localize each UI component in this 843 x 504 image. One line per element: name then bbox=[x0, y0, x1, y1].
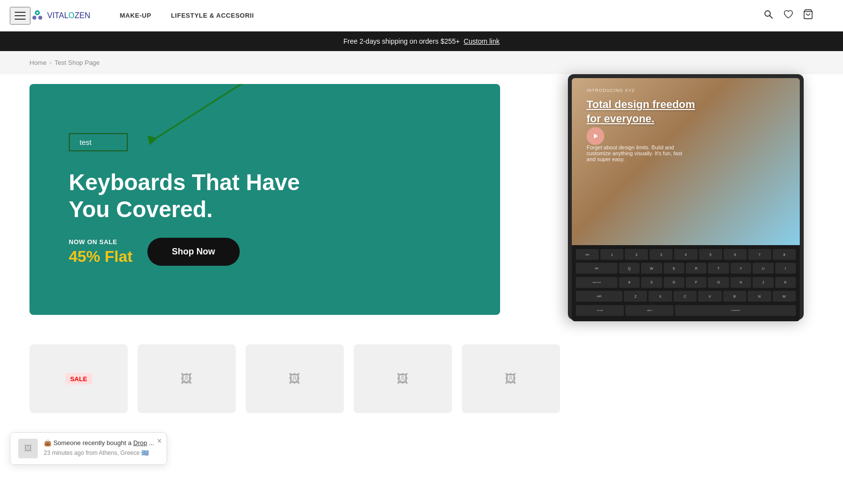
svg-marker-8 bbox=[147, 136, 157, 145]
key: Q bbox=[619, 263, 640, 274]
hamburger-button[interactable] bbox=[10, 7, 30, 25]
key: V bbox=[698, 291, 721, 302]
key: 2 bbox=[625, 249, 648, 260]
key: N bbox=[748, 291, 771, 302]
image-placeholder-icon: 🖼 bbox=[505, 372, 517, 386]
key: F bbox=[686, 277, 706, 288]
logo-text: VITALOZEN bbox=[47, 11, 90, 20]
tablet-screen-text: Total design freedom for everyone. bbox=[587, 98, 695, 126]
key: Z bbox=[624, 291, 647, 302]
svg-line-7 bbox=[152, 84, 280, 140]
notification-time: 23 minutes ago from Athens, Greece 🇬🇷 bbox=[44, 449, 159, 456]
breadcrumb-separator: › bbox=[50, 59, 52, 66]
key: 4 bbox=[674, 249, 697, 260]
hero-section: test Keyboards That Have You Covered. NO… bbox=[29, 84, 814, 330]
key: Y bbox=[731, 263, 751, 274]
notification-content: 👜 Someone recently bought a Drop ... 23 … bbox=[44, 439, 159, 456]
notification-prefix: Someone recently bought a bbox=[54, 439, 132, 447]
nav-lifestyle[interactable]: LIFESTYLE & ACCESORII bbox=[171, 12, 254, 19]
hamburger-line bbox=[15, 19, 26, 20]
key: U bbox=[753, 263, 773, 274]
key: T bbox=[708, 263, 729, 274]
logo[interactable]: VITALOZEN bbox=[29, 8, 90, 24]
key: W bbox=[641, 263, 662, 274]
key: K bbox=[775, 277, 796, 288]
key: 6 bbox=[724, 249, 747, 260]
test-label: test bbox=[80, 138, 91, 146]
sale-badge: SALE bbox=[65, 373, 92, 385]
tablet-intro-label: INTRODUCING XYZ bbox=[587, 88, 635, 93]
key-tab: tab bbox=[576, 263, 618, 274]
key: X bbox=[648, 291, 672, 302]
tablet-play-button[interactable] bbox=[587, 127, 604, 145]
key: M bbox=[773, 291, 796, 302]
key: B bbox=[723, 291, 746, 302]
search-icon[interactable] bbox=[763, 9, 773, 22]
svg-line-5 bbox=[770, 16, 773, 19]
hamburger-line bbox=[15, 12, 26, 13]
hero-tablet: INTRODUCING XYZ Total design freedom for… bbox=[568, 74, 814, 330]
notification-flag: 🇬🇷 bbox=[141, 449, 149, 456]
svg-point-1 bbox=[32, 16, 36, 20]
hero-test-box: test bbox=[69, 133, 128, 151]
svg-point-3 bbox=[36, 12, 38, 14]
key: S bbox=[641, 277, 662, 288]
hero-discount: 45% Flat bbox=[69, 248, 133, 265]
svg-point-2 bbox=[38, 16, 42, 20]
tablet-screen: INTRODUCING XYZ Total design freedom for… bbox=[572, 78, 800, 245]
product-card-4: 🖼 bbox=[462, 344, 560, 413]
key: G bbox=[708, 277, 729, 288]
hero-sale-row: NOW ON SALE 45% Flat Shop Now bbox=[69, 238, 461, 266]
notification-popup: 🖼 👜 Someone recently bought a Drop ... 2… bbox=[10, 432, 167, 465]
key-shift: shift bbox=[576, 291, 622, 302]
header: VITALOZEN MAKE-UP LIFESTYLE & ACCESORII bbox=[0, 0, 843, 31]
notification-product-image: 🖼 bbox=[18, 439, 38, 458]
tablet-heading-line2: for everyone. bbox=[587, 112, 654, 125]
image-placeholder-icon: 🖼 bbox=[181, 372, 193, 386]
announcement-link[interactable]: Custom link bbox=[464, 37, 500, 45]
notification-link[interactable]: Drop bbox=[133, 439, 147, 447]
notification-suffix: ... bbox=[149, 439, 154, 447]
shop-now-button[interactable]: Shop Now bbox=[147, 238, 240, 266]
breadcrumb-current: Test Shop Page bbox=[55, 59, 100, 66]
logo-vital: VITAL bbox=[47, 11, 68, 20]
tablet-keyboard: esc 1 2 3 4 5 6 7 8 tab Q W E R T bbox=[572, 245, 800, 321]
nav-makeup[interactable]: MAKE-UP bbox=[120, 12, 151, 19]
wishlist-icon[interactable] bbox=[783, 9, 793, 22]
key: 1 bbox=[600, 249, 623, 260]
product-card-3: 🖼 bbox=[354, 344, 452, 413]
key: A bbox=[619, 277, 640, 288]
key: J bbox=[753, 277, 773, 288]
arrow-annotation bbox=[108, 84, 305, 153]
key: 7 bbox=[748, 249, 771, 260]
hamburger-line bbox=[15, 15, 26, 16]
product-card-1: 🖼 bbox=[138, 344, 236, 413]
cart-icon[interactable] bbox=[803, 9, 814, 22]
key: 3 bbox=[649, 249, 673, 260]
notification-text: 👜 Someone recently bought a Drop ... bbox=[44, 439, 159, 448]
logo-zen: ZEN bbox=[75, 11, 90, 20]
tablet-heading-line1: Total design freedom bbox=[587, 98, 695, 111]
key-ctrl: control bbox=[576, 305, 624, 316]
key: I bbox=[775, 263, 796, 274]
hero-title: Keyboards That Have You Covered. bbox=[69, 169, 314, 223]
key: E bbox=[664, 263, 684, 274]
breadcrumb-home[interactable]: Home bbox=[29, 59, 47, 66]
svg-marker-9 bbox=[594, 134, 598, 139]
announcement-bar: Free 2-days shipping on orders $255+ Cus… bbox=[0, 31, 843, 51]
tablet-device: INTRODUCING XYZ Total design freedom for… bbox=[568, 74, 804, 320]
key: D bbox=[664, 277, 684, 288]
notification-time-text: 23 minutes ago from Athens, Greece bbox=[44, 449, 140, 456]
product-card-sale: 🖼 SALE bbox=[29, 344, 128, 413]
tablet-subtext: Forget about design limits. Build and cu… bbox=[587, 144, 685, 162]
product-card-2: 🖼 bbox=[246, 344, 344, 413]
announcement-text: Free 2-days shipping on orders $255+ bbox=[343, 37, 460, 45]
image-placeholder-icon: 🖼 bbox=[397, 372, 409, 386]
logo-icon bbox=[29, 8, 45, 24]
header-icons bbox=[763, 9, 814, 22]
image-placeholder-icon: 🖼 bbox=[289, 372, 301, 386]
key: C bbox=[674, 291, 697, 302]
notification-close-button[interactable]: × bbox=[157, 437, 162, 446]
key: R bbox=[686, 263, 706, 274]
key: H bbox=[731, 277, 751, 288]
